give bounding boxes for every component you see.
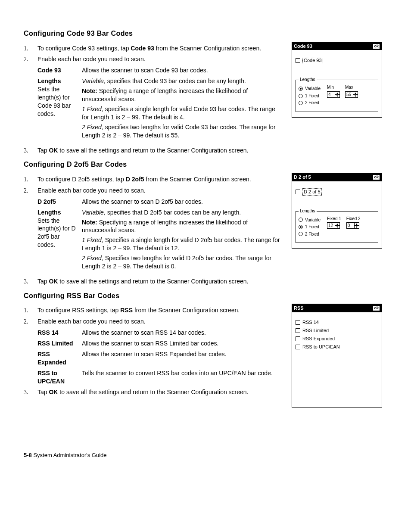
spin-up-icon[interactable]: ▲ [335, 92, 339, 95]
def-term-lengths: Lengths Sets the length(s) for Code 93 b… [37, 77, 78, 141]
spin-up-icon[interactable]: ▲ [335, 223, 339, 226]
checkbox-rssexpanded[interactable] [296, 336, 300, 341]
spin-fixed2-label: Fixed 2 [346, 216, 361, 222]
step-number: 1. [24, 175, 37, 184]
spin-fixed1-label: Fixed 1 [327, 216, 341, 222]
dialog-d2of5: D 2 of 5 ok D 2 of 5 Lengths Variable 1 … [292, 173, 382, 249]
def-desc-rssexpanded: Allows the scanner to scan RSS Expanded … [82, 350, 284, 367]
dialog-title: D 2 of 5 [294, 174, 311, 180]
section-title-rss: Configuring RSS Bar Codes [24, 291, 387, 301]
step-number: 3. [24, 388, 37, 397]
step-1-text: To configure D 2of5 settings, tap D 2of5… [37, 175, 284, 184]
dialog-title: Code 93 [294, 43, 312, 50]
lengths-legend: Lengths [299, 77, 317, 83]
checkbox-label: RSS 14 [302, 319, 319, 326]
def-desc-rss14: Allows the scanner to scan RSS 14 bar co… [82, 329, 284, 337]
def-term-rssexpanded: RSS Expanded [37, 350, 78, 367]
step-number: 1. [24, 306, 37, 315]
def-desc-code93: Allows the scanner to scan Code 93 bar c… [82, 66, 284, 75]
def-term-rssupcean: RSS to UPC/EAN [37, 369, 78, 386]
checkbox-rssupcean[interactable] [296, 345, 300, 349]
spin-min-value[interactable]: 4 [327, 92, 335, 97]
step-number: 3. [24, 277, 37, 286]
step-number: 2. [24, 317, 37, 326]
def-desc-rsslimited: Allows the scanner to scan RSS Limited b… [82, 339, 284, 348]
checkbox-label: Code 93 [302, 57, 323, 64]
section-title-code93: Configuring Code 93 Bar Codes [24, 29, 387, 38]
page-footer: 5-8 System Administrator's Guide [24, 451, 387, 459]
radio-2fixed[interactable] [299, 101, 303, 105]
radio-1fixed[interactable] [299, 225, 303, 229]
spin-up-icon[interactable]: ▲ [355, 223, 359, 226]
radio-1fixed[interactable] [299, 94, 303, 98]
step-2-text: Enable each bar code you need to scan. [37, 187, 284, 195]
step-1-text: To configure RSS settings, tap RSS from … [37, 306, 284, 315]
checkbox-code93[interactable] [296, 58, 300, 63]
radio-variable[interactable] [299, 87, 303, 91]
step-2-text: Enable each bar code you need to scan. [37, 317, 284, 326]
def-term-rsslimited: RSS Limited [37, 339, 78, 348]
def-term-d2of5: D 2of5 [37, 198, 78, 206]
section-title-d2of5: Configuring D 2of5 Bar Codes [24, 160, 387, 169]
def-desc-d2of5: Allows the scanner to scan D 2of5 bar co… [82, 198, 284, 206]
def-desc-lengths: Variable, specifies that D 2of5 bar code… [82, 208, 284, 272]
dialog-code93: Code 93 ok Code 93 Lengths Variable 1 Fi… [292, 42, 382, 118]
spin-down-icon[interactable]: ▼ [335, 226, 339, 228]
spin-up-icon[interactable]: ▲ [353, 92, 358, 95]
step-3-text: Tap OK to save all the settings and retu… [37, 146, 387, 155]
step-number: 1. [24, 44, 37, 53]
spin-fixed1-value[interactable]: 12 [327, 223, 335, 228]
spin-down-icon[interactable]: ▼ [353, 95, 358, 97]
ok-button[interactable]: ok [373, 174, 380, 180]
spin-down-icon[interactable]: ▼ [355, 226, 359, 228]
def-term-rss14: RSS 14 [37, 329, 78, 337]
spin-max-label: Max [345, 84, 353, 90]
lengths-legend: Lengths [299, 208, 317, 214]
def-term-code93: Code 93 [37, 66, 78, 75]
step-number: 3. [24, 146, 37, 155]
dialog-title: RSS [294, 305, 304, 311]
step-number: 2. [24, 55, 37, 64]
radio-2fixed[interactable] [299, 232, 303, 236]
spin-fixed2-value[interactable]: 0 [347, 223, 355, 228]
ok-button[interactable]: ok [373, 44, 380, 49]
step-3-text: Tap OK to save all the settings and retu… [37, 388, 284, 397]
step-3-text: Tap OK to save all the settings and retu… [37, 277, 387, 286]
checkbox-label: RSS to UPC/EAN [302, 344, 340, 350]
def-term-lengths: Lengths Sets the length(s) for D 2of5 ba… [37, 208, 78, 272]
def-desc-rssupcean: Tells the scanner to convert RSS bar cod… [82, 369, 284, 386]
dialog-rss: RSS ok RSS 14 RSS Limited RSS Expanded R… [292, 304, 382, 408]
spin-max-value[interactable]: 55 [346, 92, 353, 97]
checkbox-label: RSS Limited [302, 327, 329, 334]
checkbox-label: RSS Expanded [302, 336, 335, 342]
step-1-text: To configure Code 93 settings, tap Code … [37, 44, 284, 53]
checkbox-rsslimited[interactable] [296, 328, 300, 333]
checkbox-rss14[interactable] [296, 320, 300, 325]
spin-min-label: Min [327, 84, 334, 90]
ok-button[interactable]: ok [373, 305, 380, 311]
def-desc-lengths: Variable, specifies that Code 93 bar cod… [82, 77, 284, 141]
checkbox-d2of5[interactable] [296, 190, 300, 194]
spin-down-icon[interactable]: ▼ [335, 95, 339, 97]
step-2-text: Enable each bar code you need to scan. [37, 55, 284, 64]
checkbox-label: D 2 of 5 [302, 188, 322, 196]
radio-variable[interactable] [299, 218, 303, 222]
step-number: 2. [24, 187, 37, 195]
